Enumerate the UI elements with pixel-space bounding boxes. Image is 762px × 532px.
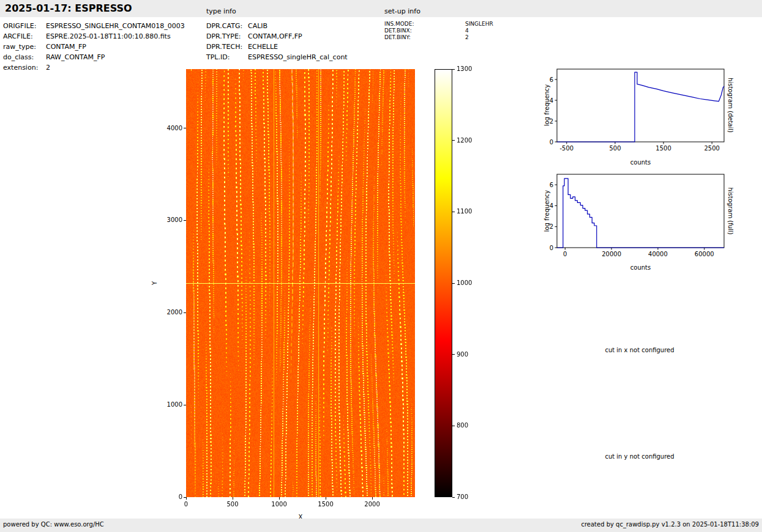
y-tick — [184, 405, 186, 405]
field-value: CONTAM_FP — [46, 43, 86, 51]
colorbar-tick-label: 900 — [457, 351, 468, 358]
field-label: DPR.CATG: — [206, 22, 242, 30]
y-tick-label: 0 — [550, 245, 553, 251]
hist-full-ylabel: log frequency — [543, 190, 550, 232]
histogram-line — [557, 72, 724, 142]
colorbar-tick — [452, 140, 455, 141]
field-value: ESPRESSO_singleHR_cal_cont — [248, 53, 348, 61]
colorbar-tick-label: 1300 — [457, 65, 472, 72]
y-tick-label: 1000 — [147, 401, 182, 408]
x-tick-label: 60000 — [695, 251, 714, 257]
file-info-row: extension: 2 — [3, 64, 38, 72]
field-value: ESPRE.2025-01-18T11:00:10.880.fits — [46, 32, 171, 40]
type-info-row: DPR.TYPE: CONTAM,OFF,FP — [206, 32, 241, 40]
file-info-row: ARCFILE: ESPRE.2025-01-18T11:00:10.880.f… — [3, 32, 33, 40]
setup-info-row: DET.BINY: 2 — [384, 34, 411, 40]
field-label: TPL.ID: — [206, 53, 230, 61]
y-axis-label: Y — [151, 281, 158, 285]
cut-y-note: cut in y not configured — [539, 453, 741, 460]
hist-detail-title: histogram (detail) — [727, 78, 734, 133]
field-value: ESPRESSO_SINGLEHR_CONTAM018_0003 — [46, 22, 185, 30]
field-label: DPR.TECH: — [206, 43, 242, 51]
x-tick-label: 500 — [609, 145, 621, 152]
plot-frame — [557, 174, 724, 248]
footer-left-text: powered by QC: www.eso.org/HC — [3, 521, 104, 528]
colorbar-tick — [452, 426, 455, 426]
x-tick — [279, 497, 280, 500]
field-label: ARCFILE: — [3, 32, 33, 40]
file-info-row: do_class: RAW_CONTAM_FP — [3, 53, 34, 61]
field-label: ORIGFILE: — [3, 22, 36, 30]
setup-info-row: INS.MODE: SINGLEHR — [384, 21, 414, 27]
y-tick-label: 2000 — [147, 309, 182, 316]
y-tick — [184, 128, 186, 128]
cut-x-note: cut in x not configured — [539, 347, 741, 353]
field-label: DPR.TYPE: — [206, 32, 241, 40]
field-value: RAW_CONTAM_FP — [46, 53, 105, 61]
field-label: extension: — [3, 64, 38, 72]
x-tick-label: 0 — [563, 251, 567, 257]
type-info-section-label: type info — [206, 7, 236, 15]
colorbar-tick — [452, 69, 455, 70]
histogram-detail-plot: -500500150025000246 — [539, 63, 741, 170]
colorbar-tick — [452, 283, 455, 284]
field-label: raw_type: — [3, 43, 36, 51]
raw-image-canvas — [186, 69, 415, 497]
colorbar-tick — [452, 497, 455, 498]
footer-right-text: created by qc_rawdisp.py v1.2.3 on 2025-… — [581, 521, 759, 528]
hist-full-title: histogram (full) — [727, 187, 734, 234]
y-tick — [184, 497, 186, 498]
type-info-row: DPR.CATG: CALIB — [206, 22, 242, 30]
y-tick-label: 2 — [550, 223, 553, 230]
x-tick — [233, 497, 233, 500]
x-tick-label: -500 — [559, 145, 573, 152]
x-tick-label: 1500 — [656, 145, 671, 152]
x-tick-label: 20000 — [602, 251, 621, 257]
x-tick-label: 2500 — [704, 145, 719, 152]
histogram-full-plot: 02000040000600000246 — [539, 168, 741, 275]
setup-info-row: DET.BINX: 4 — [384, 28, 412, 34]
field-label: INS.MODE: — [384, 21, 414, 27]
type-info-row: TPL.ID: ESPRESSO_singleHR_cal_cont — [206, 53, 230, 61]
x-tick-label: 0 — [174, 501, 198, 508]
y-tick — [184, 312, 186, 313]
field-label: do_class: — [3, 53, 34, 61]
hist-full-xlabel: counts — [557, 264, 724, 271]
x-tick — [186, 497, 187, 500]
x-tick-label: 40000 — [648, 251, 668, 257]
y-tick-label: 6 — [550, 76, 553, 83]
colorbar-tick-label: 1100 — [457, 208, 472, 215]
histogram-line — [557, 179, 724, 248]
colorbar-tick — [452, 212, 455, 212]
x-tick-label: 2000 — [360, 501, 384, 508]
x-tick-label: 1500 — [313, 501, 338, 508]
x-tick — [326, 497, 326, 500]
field-value: 2 — [46, 64, 50, 72]
field-label: DET.BINY: — [384, 34, 411, 40]
x-tick — [372, 497, 373, 500]
colorbar-tick-label: 800 — [457, 422, 468, 429]
y-tick-label: 0 — [550, 139, 553, 146]
field-value: CALIB — [248, 22, 267, 30]
y-tick-label: 4 — [550, 202, 553, 209]
y-tick-label: 0 — [147, 493, 182, 500]
y-tick-label: 3000 — [147, 216, 182, 223]
y-tick-label: 4 — [550, 97, 553, 104]
colorbar-tick — [452, 354, 455, 355]
field-value: CONTAM,OFF,FP — [248, 32, 302, 40]
page-title: 2025-01-17: ESPRESSO — [5, 2, 132, 14]
field-label: DET.BINX: — [384, 28, 412, 34]
x-tick-label: 500 — [220, 501, 245, 508]
setup-info-section-label: set-up info — [384, 7, 420, 15]
colorbar-tick-label: 1000 — [457, 279, 472, 286]
colorbar-tick-label: 700 — [457, 493, 468, 500]
y-tick — [184, 220, 186, 221]
field-value: 2 — [465, 34, 469, 40]
qc-report-page: 2025-01-17: ESPRESSO type info set-up in… — [0, 0, 762, 532]
y-tick-label: 2 — [550, 118, 553, 125]
hist-detail-xlabel: counts — [557, 159, 724, 166]
plot-frame — [557, 69, 724, 142]
hist-detail-ylabel: log frequency — [543, 84, 550, 127]
colorbar — [435, 69, 452, 497]
file-info-row: raw_type: CONTAM_FP — [3, 43, 36, 51]
